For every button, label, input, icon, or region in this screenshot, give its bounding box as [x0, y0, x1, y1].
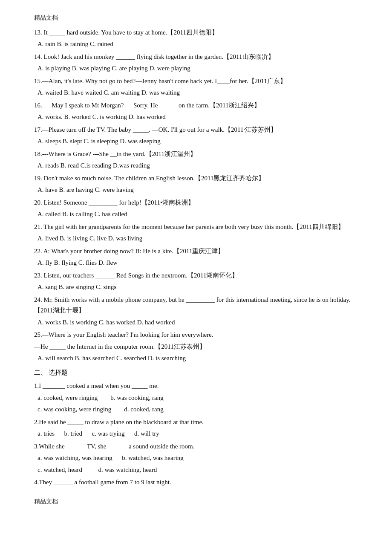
s2q2-opts: a. tries b. tried c. was trying d. will …	[37, 428, 358, 439]
s2q3-opt-a: a. was watching, was hearing	[37, 454, 112, 461]
q23-text: 23. Listen, our teachers ______ Red Song…	[34, 270, 358, 281]
s2q1-opt-a: a. cooked, were ringing	[37, 394, 98, 401]
q21-text: 21. The girl with her grandparents for t…	[34, 222, 358, 233]
s2q3-opt-c: c. watched, heard	[37, 466, 82, 473]
s2-question-1: 1.I _______ cooked a meal when you _____…	[34, 381, 358, 415]
q16-options: A. works. B. worked C. is working D. has…	[37, 112, 358, 123]
s2q2-opt-b: b. tried	[64, 430, 82, 437]
q22-options: A. fly B. flying C. flies D. flew	[37, 257, 358, 269]
s2q1-opt-ab: a. cooked, were ringing b. was cooking, …	[37, 393, 358, 404]
question-16: 16. — May I speak to Mr Morgan? — Sorry.…	[34, 100, 358, 123]
s2-question-2: 2.He said he _____ to draw a plane on th…	[34, 417, 358, 439]
s2q2-opt-c: c. was trying	[92, 430, 124, 437]
question-15: 15.—Alan, it's late. Why not go to bed?—…	[34, 76, 358, 98]
q17-text: 17.—Please turn off the TV. The baby ___…	[34, 124, 358, 136]
q22-text: 22. A: What's your brother doing now? B:…	[34, 246, 358, 257]
question-21: 21. The girl with her grandparents for t…	[34, 222, 358, 244]
question-14: 14. Look! Jack and his monkey ______ fly…	[34, 52, 358, 74]
q17-options: A. sleeps B. slept C. is sleeping D. was…	[37, 136, 358, 147]
s2q1-opt-cd: c. was cooking, were ringing d. cooked, …	[37, 404, 358, 415]
q16-text: 16. — May I speak to Mr Morgan? — Sorry.…	[34, 100, 358, 111]
question-19: 19. Don't make so much noise. The childr…	[34, 173, 358, 196]
q19-text: 19. Don't make so much noise. The childr…	[34, 173, 358, 184]
question-25: 25.—Where is your English teacher? I'm l…	[34, 330, 358, 364]
s2q2-text: 2.He said he _____ to draw a plane on th…	[34, 417, 358, 428]
q20-text: 20. Listen! Someone _________ for help!【…	[34, 197, 358, 208]
q23-options: A. sang B. are singing C. sings	[37, 282, 358, 293]
q25-text: 25.—Where is your English teacher? I'm l…	[34, 330, 358, 341]
watermark-bottom: 精品文档	[34, 497, 358, 507]
s2q2-opt-a: a. tries	[37, 430, 55, 437]
s2q1-opt-b: b. was cooking, rang	[110, 394, 164, 401]
s2q3-opt-ab: a. was watching, was hearing b. watched,…	[37, 453, 358, 464]
q20-options: A. called B. is calling C. has called	[37, 209, 358, 220]
q18-text: 18.---Where is Grace? ---She __in the ya…	[34, 149, 358, 160]
s2q2-opt-d: d. will try	[134, 430, 159, 437]
question-22: 22. A: What's your brother doing now? B:…	[34, 246, 358, 269]
q21-options: A. lived B. is living C. live D. was liv…	[37, 233, 358, 244]
q24-options: A. works B. is working C. has worked D. …	[37, 317, 358, 328]
q25-text2: —He _____ the Internet in the computer r…	[34, 341, 358, 353]
question-24: 24. Mr. Smith works with a mobile phone …	[34, 295, 358, 328]
s2q3-opt-cd: c. watched, heard d. was watching, heard	[37, 465, 358, 476]
s2q4-text: 4.They ______ a football game from 7 to …	[34, 477, 358, 488]
q19-options: A. have B. are having C. were having	[37, 185, 358, 196]
q13-options: A. rain B. is raining C. rained	[37, 39, 358, 50]
question-17: 17.—Please turn off the TV. The baby ___…	[34, 124, 358, 147]
s2q1-opt-d: d. cooked, rang	[124, 406, 163, 413]
q18-options: A. reads B. read C.is reading D.was read…	[37, 160, 358, 171]
q15-text: 15.—Alan, it's late. Why not go to bed?—…	[34, 76, 358, 87]
question-18: 18.---Where is Grace? ---She __in the ya…	[34, 149, 358, 171]
q15-options: A. waited B. have waited C. am waiting D…	[37, 87, 358, 98]
s2q1-text: 1.I _______ cooked a meal when you _____…	[34, 381, 358, 392]
q14-text: 14. Look! Jack and his monkey ______ fly…	[34, 52, 358, 63]
s2q3-text: 3.While she ______ TV, she ______ a soun…	[34, 441, 358, 452]
question-13: 13. It _____ hard outside. You have to s…	[34, 27, 358, 50]
s2q3-opt-d: d. was watching, heard	[98, 466, 157, 473]
q24-text: 24. Mr. Smith works with a mobile phone …	[34, 295, 358, 316]
question-20: 20. Listen! Someone _________ for help!【…	[34, 197, 358, 220]
s2q3-opt-b: b. watched, was hearing	[122, 454, 184, 461]
q14-options: A. is playing B. was playing C. are play…	[37, 63, 358, 74]
s2-question-4: 4.They ______ a football game from 7 to …	[34, 477, 358, 488]
s2q1-opt-c: c. was cooking, were ringing	[37, 406, 111, 413]
q25-options: A. will search B. has searched C. search…	[37, 353, 358, 364]
s2-question-3: 3.While she ______ TV, she ______ a soun…	[34, 441, 358, 476]
section2-title: 二、 选择题	[34, 367, 358, 379]
question-23: 23. Listen, our teachers ______ Red Song…	[34, 270, 358, 293]
q13-text: 13. It _____ hard outside. You have to s…	[34, 27, 358, 38]
watermark-top: 精品文档	[34, 13, 358, 23]
